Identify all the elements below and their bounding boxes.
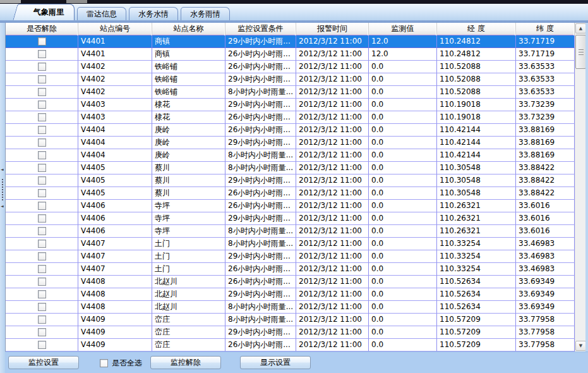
table-row[interactable]: V4405蔡川8小时内小时雨量...2012/3/12 11:000.0110.… <box>6 162 588 174</box>
value-cell: 0.0 <box>369 288 437 301</box>
display-settings-button[interactable]: 显示设置 <box>240 356 311 369</box>
release-checkbox[interactable] <box>38 126 46 134</box>
scrollbar-grip <box>579 49 584 55</box>
table-header: 是否解除站点编号站点名称监控设置条件报警时间监测值经 度纬 度 <box>6 23 588 35</box>
release-checkbox[interactable] <box>38 265 46 273</box>
table-row[interactable]: V4408北赵川26小时内小时雨...2012/3/12 11:000.0110… <box>6 276 588 288</box>
table-row[interactable]: V4405蔡川26小时内小时雨...2012/3/12 11:000.0110.… <box>6 187 588 200</box>
station-name-cell: 商镇 <box>152 48 225 61</box>
table-row[interactable]: V4402铁峪铺29小时内小时雨...2012/3/12 11:000.0110… <box>6 73 588 86</box>
table-row[interactable]: V4401商镇29小时内小时雨...2012/3/12 11:0012.0110… <box>6 35 588 48</box>
longitude-cell: 110.52088 <box>437 86 516 99</box>
release-checkbox[interactable] <box>38 227 46 235</box>
select-all-control[interactable]: 是否全选 <box>100 358 142 369</box>
release-checkbox[interactable] <box>38 341 46 349</box>
release-checkbox[interactable] <box>38 113 46 121</box>
release-checkbox[interactable] <box>38 240 46 248</box>
release-checkbox[interactable] <box>38 214 46 223</box>
release-checkbox[interactable] <box>38 37 46 46</box>
release-checkbox[interactable] <box>38 189 46 197</box>
select-all-checkbox[interactable] <box>100 359 108 367</box>
release-checkbox[interactable] <box>38 202 46 210</box>
release-checkbox[interactable] <box>38 328 46 336</box>
station-id-cell: V4408 <box>78 301 152 314</box>
station-id-cell: V4403 <box>78 99 152 111</box>
station-id-cell: V4407 <box>78 250 152 263</box>
scroll-down-icon[interactable]: ▼ <box>575 341 586 351</box>
table-row[interactable]: V4404庚岭29小时内小时雨...2012/3/12 11:000.0110.… <box>6 137 588 149</box>
table-row[interactable]: V4407土门26小时内小时雨...2012/3/12 11:000.0110.… <box>6 263 588 276</box>
release-checkbox[interactable] <box>38 164 46 172</box>
table-row[interactable]: V4409峦庄8小时内小时雨量...2012/3/12 11:000.0110.… <box>6 314 588 326</box>
release-checkbox[interactable] <box>38 138 46 147</box>
condition-cell: 26小时内小时雨... <box>225 61 296 73</box>
station-name-cell: 商镇 <box>152 35 225 48</box>
alarm-time-cell: 2012/3/12 11:00 <box>296 301 369 314</box>
value-cell: 0.0 <box>369 225 437 238</box>
collapse-left-icon[interactable]: ◄ <box>1 204 4 209</box>
table-row[interactable]: V4405蔡川29小时内小时雨...2012/3/12 11:000.0110.… <box>6 174 588 187</box>
release-checkbox[interactable] <box>38 315 46 324</box>
table-row[interactable]: V4408北赵川29小时内小时雨...2012/3/12 11:000.0110… <box>6 288 588 301</box>
release-checkbox[interactable] <box>38 303 46 311</box>
table-row[interactable]: V4404庚岭8小时内小时雨量...2012/3/12 11:000.0110.… <box>6 149 588 162</box>
release-checkbox[interactable] <box>38 252 46 260</box>
monitor-release-button[interactable]: 监控解除 <box>150 356 221 369</box>
left-splitter-strip[interactable]: ◄ ◄ <box>0 23 5 373</box>
station-name-cell: 棣花 <box>152 99 225 111</box>
latitude-cell: 33.63533 <box>516 61 575 73</box>
release-checkbox[interactable] <box>38 176 46 185</box>
latitude-cell: 33.69349 <box>516 301 575 314</box>
value-cell: 0.0 <box>369 61 437 73</box>
release-checkbox[interactable] <box>38 278 46 286</box>
release-checkbox[interactable] <box>38 50 46 58</box>
table-row[interactable]: V4404庚岭26小时内小时雨...2012/3/12 11:000.0110.… <box>6 124 588 137</box>
tab-radar-info[interactable]: 雷达信息 <box>77 7 126 20</box>
table-row[interactable]: V4406寺坪29小时内小时雨...2012/3/12 11:000.0110.… <box>6 212 588 225</box>
station-id-cell: V4405 <box>78 187 152 200</box>
column-header[interactable]: 站点名称 <box>152 23 225 35</box>
table-row[interactable]: V4402铁峪铺8小时内小时雨量...2012/3/12 11:000.0110… <box>6 86 588 99</box>
table-row[interactable]: V4409峦庄29小时内小时雨...2012/3/12 11:000.0110.… <box>6 326 588 339</box>
column-header[interactable]: 报警时间 <box>296 23 369 35</box>
monitor-settings-button[interactable]: 监控设置 <box>8 356 79 369</box>
table-row[interactable]: V4407土门8小时内小时雨量...2012/3/12 11:000.0110.… <box>6 238 588 250</box>
release-checkbox[interactable] <box>38 290 46 298</box>
release-checkbox[interactable] <box>38 75 46 83</box>
column-header[interactable]: 是否解除 <box>6 23 78 35</box>
collapse-left-icon[interactable]: ◄ <box>1 167 4 172</box>
release-checkbox[interactable] <box>38 101 46 109</box>
tab-weather-rainfall[interactable]: 气象雨里 <box>19 4 75 20</box>
longitude-cell: 110.24812 <box>437 35 516 48</box>
table-row[interactable]: V4403棣花26小时内小时雨...2012/3/12 11:000.0110.… <box>6 111 588 124</box>
condition-cell: 29小时内小时雨... <box>225 174 296 187</box>
condition-cell: 26小时内小时雨... <box>225 200 296 212</box>
release-checkbox[interactable] <box>38 151 46 159</box>
tab-water-rain[interactable]: 水务雨情 <box>181 7 230 20</box>
table-row[interactable]: V4408北赵川8小时内小时雨量...2012/3/12 11:000.0110… <box>6 301 588 314</box>
table-row[interactable]: V4406寺坪8小时内小时雨量...2012/3/12 11:000.0110.… <box>6 225 588 238</box>
longitude-cell: 110.57209 <box>437 314 516 326</box>
station-name-cell: 寺坪 <box>152 212 225 225</box>
table-row[interactable]: V4407土门29小时内小时雨...2012/3/12 11:000.0110.… <box>6 250 588 263</box>
release-checkbox[interactable] <box>38 63 46 71</box>
station-name-cell: 庚岭 <box>152 137 225 149</box>
splitter-grip[interactable] <box>2 179 3 200</box>
station-id-cell: V4408 <box>78 288 152 301</box>
scroll-up-icon[interactable]: ▲ <box>575 23 586 34</box>
table-row[interactable]: V4401商镇26小时内小时雨...2012/3/12 11:0012.0110… <box>6 48 588 61</box>
release-checkbox[interactable] <box>38 88 46 96</box>
table-row[interactable]: V4406寺坪26小时内小时雨...2012/3/12 11:000.0110.… <box>6 200 588 212</box>
column-header[interactable]: 站点编号 <box>78 23 152 35</box>
vertical-scrollbar[interactable]: ▲ ▼ <box>575 23 585 352</box>
station-name-cell: 棣花 <box>152 111 225 124</box>
tab-water-regime[interactable]: 水务水情 <box>129 7 178 20</box>
column-header[interactable]: 纬 度 <box>516 23 575 35</box>
table-row[interactable]: V4402铁峪铺26小时内小时雨...2012/3/12 11:000.0110… <box>6 61 588 73</box>
column-header[interactable]: 监测值 <box>369 23 437 35</box>
column-header[interactable]: 经 度 <box>437 23 516 35</box>
column-header[interactable]: 监控设置条件 <box>225 23 296 35</box>
table-row[interactable]: V4409峦庄26小时内小时雨...2012/3/12 11:000.0110.… <box>6 339 588 352</box>
table-row[interactable]: V4403棣花29小时内小时雨...2012/3/12 11:000.0110.… <box>6 99 588 111</box>
scrollbar-thumb[interactable] <box>575 35 586 69</box>
